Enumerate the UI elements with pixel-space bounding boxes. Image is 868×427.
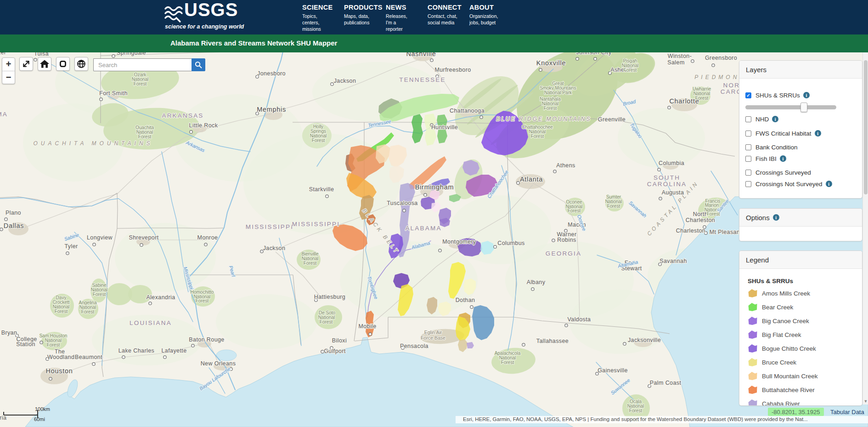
legend-swatch xyxy=(748,358,758,367)
map-label: Forest xyxy=(47,342,60,347)
nav-sublabel: Contact, chat, social media xyxy=(428,13,468,26)
layer-info-icon[interactable]: i xyxy=(772,116,778,122)
map-label: GEORGIA xyxy=(546,250,581,257)
map-canvas[interactable]: TulsaSpringdaleFort SmithLittle RockMemp… xyxy=(0,52,868,427)
home-icon xyxy=(38,57,51,71)
layer-info-icon[interactable]: i xyxy=(826,181,832,187)
fullscreen-icon xyxy=(20,57,33,71)
attribution-text: Esri, HERE, Garmin, FAO, NOAA, USGS, EPA… xyxy=(463,416,808,422)
layer-opacity-slider[interactable] xyxy=(745,105,836,109)
map-label: OUACHITA MOUNTAINS xyxy=(33,140,153,147)
zoom-out-button[interactable]: − xyxy=(2,71,15,84)
home-button[interactable] xyxy=(38,57,51,71)
nav-item-connect[interactable]: CONNECTContact, chat, social media xyxy=(428,4,468,26)
legend-item: Bull Mountain Creek xyxy=(748,371,818,381)
map-label: Albany xyxy=(527,279,546,285)
usgs-header: USGS science for a changing world SCIENC… xyxy=(0,0,868,34)
scrollbar-thumb[interactable] xyxy=(864,60,868,194)
extent-button[interactable] xyxy=(56,57,70,71)
map-label: SOUTH xyxy=(654,174,680,181)
layer-checkbox[interactable] xyxy=(745,181,751,187)
layer-info-icon[interactable]: i xyxy=(815,130,821,137)
map-label: Columbia xyxy=(659,160,684,166)
map-label: ALABAMA xyxy=(405,225,441,232)
map-label: Nashville xyxy=(406,52,436,57)
nav-label[interactable]: CONNECT xyxy=(428,4,468,11)
map-label: Dothan xyxy=(456,297,475,303)
tabular-data-link[interactable]: Tabular Data xyxy=(830,409,864,416)
layer-checkbox[interactable] xyxy=(745,156,751,162)
basemap-globe-button[interactable] xyxy=(74,57,88,71)
layer-row-shus-srrus: ✓SHUs & SRRUsi xyxy=(745,91,810,99)
map-label: Johnson City xyxy=(576,52,611,56)
map-label: Eglin Air xyxy=(424,330,442,335)
scrollbar-down-arrow[interactable]: ▼ xyxy=(863,398,868,404)
nav-item-news[interactable]: NEWSReleases, I'm a reporter xyxy=(386,4,426,32)
map-label: Baton Rouge xyxy=(189,336,224,343)
layer-info-icon[interactable]: i xyxy=(803,92,810,98)
legend-panel-header: Legend xyxy=(739,251,862,269)
nav-label[interactable]: NEWS xyxy=(386,4,426,11)
map-label: Fort Smith xyxy=(99,90,128,97)
options-info-icon[interactable]: i xyxy=(773,214,779,221)
nav-item-products[interactable]: PRODUCTSMaps, data, publications xyxy=(344,4,384,26)
search-button[interactable] xyxy=(192,58,205,71)
usgs-logo-text: USGS xyxy=(184,0,238,20)
panel-scrollbar[interactable]: ▼ xyxy=(862,52,868,404)
layer-label: Crossings Not Surveyed xyxy=(755,181,823,188)
zoom-in-button[interactable]: + xyxy=(2,58,15,71)
nav-item-about[interactable]: ABOUTOrganization, jobs, budget xyxy=(469,4,510,26)
layer-label: Crossings Surveyed xyxy=(755,169,811,176)
map-label: Longview xyxy=(87,234,113,241)
map-label: Jackson xyxy=(334,78,356,84)
slider-thumb[interactable] xyxy=(800,102,807,112)
layer-checkbox[interactable]: ✓ xyxy=(745,92,751,98)
map-container[interactable]: TulsaSpringdaleFort SmithLittle RockMemp… xyxy=(0,52,868,427)
layer-label: FWS Critical Habitat xyxy=(755,130,812,137)
app-title: Alabama Rivers and Streams Network SHU M… xyxy=(170,39,337,47)
map-label: Forest xyxy=(134,81,147,86)
usgs-logo[interactable]: USGS science for a changing world xyxy=(164,2,270,33)
map-label: Biloxi xyxy=(332,337,347,344)
map-label: Mobile xyxy=(358,323,376,330)
legend-item: Cahaba River xyxy=(748,399,800,406)
nav-label[interactable]: ABOUT xyxy=(469,4,510,11)
legend-item-label: Big Canoe Creek xyxy=(762,318,809,325)
layer-checkbox[interactable] xyxy=(745,131,751,137)
map-label: Mt Pleasant xyxy=(710,229,742,235)
map-label: Knoxville xyxy=(536,59,566,67)
layer-checkbox[interactable] xyxy=(745,116,751,122)
layer-info-icon[interactable]: i xyxy=(780,155,786,162)
map-label: PIEDMONT xyxy=(694,74,745,80)
map-label: Memphis xyxy=(257,106,286,113)
map-label: Forest xyxy=(55,309,68,314)
fullscreen-button[interactable] xyxy=(19,57,33,71)
map-label: Columbus xyxy=(497,240,524,246)
search-input[interactable] xyxy=(93,58,192,71)
map-label: Little Rock xyxy=(189,122,218,129)
legend-item-label: Buttahatchee River xyxy=(762,387,815,393)
nav-label[interactable]: PRODUCTS xyxy=(344,4,384,11)
map-label: Tyler xyxy=(64,243,78,250)
map-label: Gainesville xyxy=(597,367,628,374)
map-label: TENNESSEE xyxy=(399,76,446,83)
app-title-bar: Alabama Rivers and Streams Network SHU M… xyxy=(0,34,868,52)
map-label: Springdale xyxy=(117,52,146,56)
map-label: Montgomery xyxy=(442,239,476,245)
layer-checkbox[interactable] xyxy=(745,170,751,176)
map-label: BLUE RIDGE MOUNTAINS xyxy=(496,116,591,122)
nav-sublabel: Topics, centers, missions xyxy=(302,13,343,32)
map-label: Atlanta xyxy=(520,176,543,183)
map-label: Huntsville xyxy=(431,124,458,131)
map-label: Pensacola xyxy=(400,343,428,349)
legend-swatch xyxy=(748,302,758,312)
layer-checkbox[interactable] xyxy=(745,144,751,150)
nav-item-science[interactable]: SCIENCETopics, centers, missions xyxy=(302,4,343,32)
nav-label[interactable]: SCIENCE xyxy=(302,4,343,11)
map-label: Forest xyxy=(93,292,106,297)
usgs-logo-tagline: science for a changing world xyxy=(165,23,244,30)
legend-swatch xyxy=(748,385,758,394)
layer-row-crossings-not-surveyed: Crossings Not Surveyedi xyxy=(745,180,832,188)
map-label: Forest xyxy=(501,360,514,365)
map-label: Alexandria xyxy=(146,294,175,301)
